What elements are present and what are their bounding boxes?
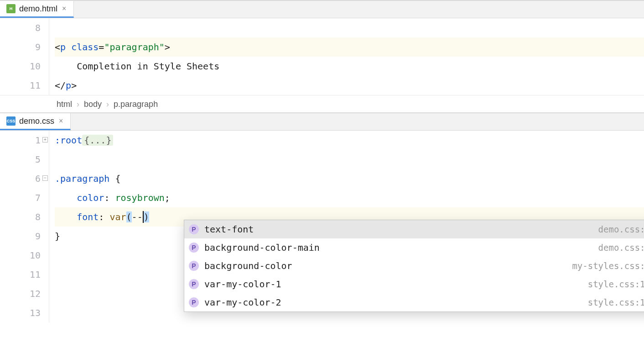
completion-location: my-styles.css:2	[572, 261, 644, 271]
tab-filename: demo.html	[19, 4, 57, 14]
line-number: 10	[0, 57, 41, 76]
code-area[interactable]: Ptext-fontdemo.css:3Pbackground-color-ma…	[49, 131, 644, 322]
completion-item[interactable]: Pbackground-color-maindemo.css:2	[184, 238, 644, 257]
breadcrumb-segment[interactable]: body	[84, 100, 102, 109]
line-number: 6−	[0, 169, 41, 188]
completion-location: demo.css:2	[598, 243, 644, 253]
gutter: 891011	[0, 18, 49, 95]
chevron-right-icon: ›	[106, 100, 109, 109]
line-number: 13	[0, 303, 41, 322]
completion-popup: Ptext-fontdemo.css:3Pbackground-color-ma…	[184, 220, 644, 312]
line-number: 9	[0, 37, 41, 57]
completion-item[interactable]: Pvar-my-color-1style.css:13	[184, 275, 644, 293]
line-number: 8	[0, 207, 41, 227]
breadcrumb-segment[interactable]: p.paragraph	[114, 100, 158, 109]
completion-item[interactable]: Pvar-my-color-2style.css:14	[184, 293, 644, 312]
breadcrumb-bar[interactable]: html›body›p.paragraph	[0, 95, 644, 112]
code-line[interactable]: :root{...}	[55, 131, 644, 150]
completion-location: style.css:14	[588, 297, 644, 307]
editor-css[interactable]: 1+56−78910111213 Ptext-fontdemo.css:3Pba…	[0, 131, 644, 322]
property-badge-icon: P	[189, 297, 199, 307]
fold-collapse-icon[interactable]: −	[42, 175, 48, 181]
chevron-right-icon: ›	[77, 100, 79, 109]
code-line[interactable]: Completion in Style Sheets	[55, 57, 644, 76]
fold-expand-icon[interactable]: +	[42, 137, 48, 143]
completion-item[interactable]: Pbackground-colormy-styles.css:2	[184, 257, 644, 275]
css-file-icon: CSS	[6, 116, 16, 126]
line-number: 9	[0, 227, 41, 246]
code-line[interactable]: <p class="paragraph">	[55, 37, 644, 57]
line-number: 11	[0, 265, 41, 284]
tab-bar: CSS demo.css ×	[0, 112, 644, 131]
completion-label: background-color	[204, 260, 292, 271]
code-line[interactable]: color: rosybrown;	[55, 188, 644, 207]
code-area[interactable]: <p class="paragraph"> Completion in Styl…	[49, 18, 644, 95]
completion-item[interactable]: Ptext-fontdemo.css:3	[184, 220, 644, 238]
tab-demo-css[interactable]: CSS demo.css ×	[0, 113, 71, 130]
property-badge-icon: P	[189, 224, 199, 234]
tab-bar: H demo.html ×	[0, 0, 644, 18]
completion-location: demo.css:3	[598, 224, 644, 234]
line-number: 11	[0, 76, 41, 95]
tab-filename: demo.css	[19, 116, 54, 126]
close-icon[interactable]: ×	[58, 117, 64, 125]
line-number: 1+	[0, 131, 41, 150]
line-number: 10	[0, 246, 41, 265]
property-badge-icon: P	[189, 279, 199, 289]
editor-pane-html: H demo.html × 891011 <p class="paragraph…	[0, 0, 644, 112]
code-line[interactable]: .paragraph {	[55, 169, 644, 188]
line-number: 7	[0, 188, 41, 207]
code-line[interactable]	[55, 18, 644, 37]
completion-label: background-color-main	[204, 242, 320, 253]
code-line[interactable]	[55, 150, 644, 169]
line-number: 5	[0, 150, 41, 169]
editor-html[interactable]: 891011 <p class="paragraph"> Completion …	[0, 18, 644, 95]
editor-pane-css: CSS demo.css × 1+56−78910111213 Ptext-fo…	[0, 112, 644, 322]
breadcrumb-segment[interactable]: html	[57, 100, 72, 109]
property-badge-icon: P	[189, 261, 199, 271]
line-number: 12	[0, 284, 41, 303]
gutter: 1+56−78910111213	[0, 131, 49, 322]
close-icon[interactable]: ×	[61, 5, 67, 13]
completion-location: style.css:13	[588, 279, 644, 289]
property-badge-icon: P	[189, 243, 199, 253]
code-line[interactable]: </p>	[55, 76, 644, 95]
completion-label: text-font	[204, 224, 254, 235]
html-file-icon: H	[6, 4, 16, 13]
completion-label: var-my-color-1	[204, 279, 281, 290]
tab-demo-html[interactable]: H demo.html ×	[0, 1, 74, 18]
line-number: 8	[0, 18, 41, 37]
completion-label: var-my-color-2	[204, 297, 281, 308]
